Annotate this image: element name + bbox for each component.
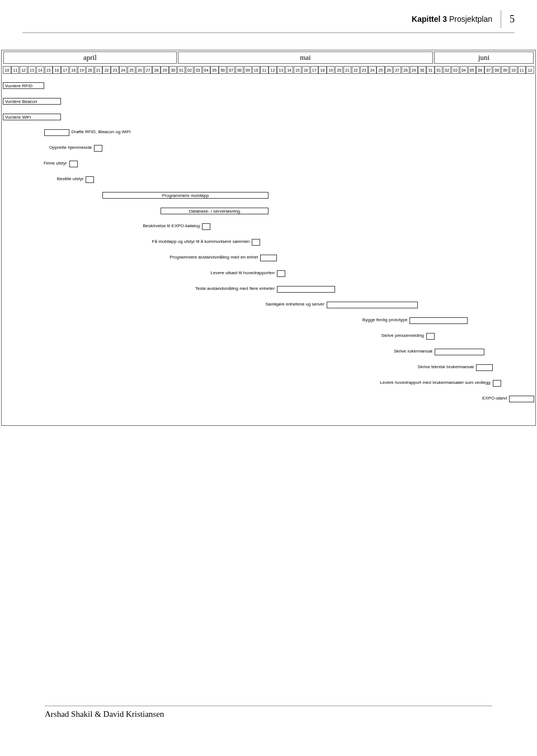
- gantt-day-cell: 15: [294, 66, 302, 74]
- gantt-task-bar: [409, 317, 468, 324]
- gantt-task-label: Levere utkast til hovedrapporten: [211, 270, 275, 275]
- gantt-task-bar: [44, 129, 69, 136]
- gantt-day-cell: 10: [510, 66, 517, 74]
- gantt-task-bar: Vurdere Beacon: [3, 98, 61, 105]
- gantt-task-bar: [202, 223, 210, 230]
- gantt-task-label: Database- / serverløsning: [161, 209, 268, 214]
- gantt-day-cell: 09: [501, 66, 509, 74]
- gantt-day-cell: 26: [136, 66, 144, 74]
- gantt-day-cell: 11: [11, 66, 19, 74]
- gantt-task-row: Drøfte RFID, iBeacon og WiFi: [3, 129, 534, 137]
- gantt-day-cell: 23: [111, 66, 119, 74]
- footer-authors: Arshad Shakil & David Kristiansen: [45, 710, 492, 719]
- gantt-task-row: Skrive pressemelding: [3, 332, 534, 340]
- gantt-day-cell: 30: [169, 66, 177, 74]
- gantt-day-cell: 10: [252, 66, 260, 74]
- gantt-day-cell: 31: [426, 66, 434, 74]
- header-divider: [501, 10, 501, 28]
- gantt-day-cell: 25: [376, 66, 384, 74]
- gantt-day-cell: 12: [268, 66, 276, 74]
- gantt-day-cell: 13: [28, 66, 36, 74]
- gantt-task-label: Skrive pressemelding: [381, 333, 424, 338]
- gantt-task-bar: [260, 255, 277, 261]
- gantt-task-bar: Database- / serverløsning: [161, 208, 268, 214]
- gantt-day-cell: 19: [327, 66, 335, 74]
- gantt-task-row: EXPO-stand: [3, 395, 534, 403]
- gantt-day-row: 1011121314151617181920212223242526272829…: [3, 66, 534, 74]
- gantt-day-cell: 12: [20, 66, 27, 74]
- gantt-day-cell: 02: [443, 66, 451, 74]
- gantt-day-cell: 25: [128, 66, 135, 74]
- gantt-task-row: Programmere avstandsmåling med én enhet: [3, 254, 534, 262]
- gantt-task-row: Skrive teknisk brukermanual: [3, 364, 534, 372]
- gantt-day-cell: 24: [119, 66, 127, 74]
- gantt-day-cell: 05: [210, 66, 218, 74]
- gantt-task-row: Levere hovedrapport med brukermanualer s…: [3, 379, 534, 387]
- gantt-task-bar: Vurdere RFID: [3, 82, 44, 89]
- gantt-day-cell: 05: [468, 66, 476, 74]
- gantt-task-bar: [277, 270, 285, 277]
- gantt-task-label: Finne utstyr: [44, 161, 67, 166]
- gantt-task-row: Skrive rukermanual: [3, 348, 534, 356]
- gantt-task-label: Vurdere Beacon: [5, 99, 37, 104]
- gantt-day-cell: 06: [219, 66, 227, 74]
- gantt-day-cell: 06: [476, 66, 484, 74]
- gantt-day-cell: 16: [53, 66, 60, 74]
- gantt-task-row: Få mobilapp og utstyr til å kommunisere …: [3, 238, 534, 246]
- gantt-day-cell: 08: [493, 66, 501, 74]
- gantt-task-bar: [476, 364, 493, 371]
- gantt-day-cell: 17: [310, 66, 318, 74]
- gantt-task-label: Levere hovedrapport med brukermanualer s…: [380, 380, 490, 385]
- gantt-day-cell: 16: [302, 66, 310, 74]
- gantt-day-cell: 28: [152, 66, 160, 74]
- gantt-day-cell: 30: [418, 66, 426, 74]
- gantt-task-row: Vurdere Beacon: [3, 97, 534, 105]
- gantt-task-row: Bestille utstyr: [3, 176, 534, 184]
- gantt-day-cell: 14: [285, 66, 293, 74]
- gantt-day-cell: 27: [144, 66, 152, 74]
- gantt-day-cell: 20: [86, 66, 94, 74]
- gantt-task-label: Vurdere RFID: [5, 83, 32, 88]
- gantt-day-cell: 07: [227, 66, 235, 74]
- gantt-day-cell: 17: [61, 66, 69, 74]
- gantt-task-label: Opprette hjemmeside: [49, 145, 92, 150]
- gantt-day-cell: 02: [186, 66, 194, 74]
- chapter-name: Prosjektplan: [447, 15, 492, 24]
- gantt-day-cell: 19: [78, 66, 86, 74]
- gantt-task-label: EXPO-stand: [482, 396, 507, 401]
- gantt-day-cell: 29: [410, 66, 418, 74]
- gantt-inner: aprilmaijuni 101112131415161718192021222…: [3, 51, 534, 424]
- gantt-day-cell: 18: [318, 66, 326, 74]
- gantt-day-cell: 24: [368, 66, 376, 74]
- gantt-day-cell: 11: [260, 66, 268, 74]
- gantt-day-cell: 23: [360, 66, 368, 74]
- gantt-day-cell: 21: [343, 66, 351, 74]
- gantt-task-bar: [69, 161, 78, 167]
- gantt-task-label: Bygge ferdig prototype: [362, 317, 408, 322]
- gantt-task-bar: [86, 176, 94, 183]
- gantt-task-label: Drøfte RFID, iBeacon og WiFi: [72, 129, 131, 134]
- footer-rule: [45, 706, 492, 706]
- gantt-task-label: Programmere avstandsmåling med én enhet: [169, 255, 258, 260]
- gantt-day-cell: 07: [484, 66, 492, 74]
- gantt-day-cell: 11: [518, 66, 526, 74]
- gantt-day-cell: 04: [460, 66, 468, 74]
- gantt-day-cell: 20: [335, 66, 343, 74]
- gantt-day-cell: 10: [3, 66, 11, 74]
- gantt-task-bar: [493, 380, 501, 387]
- gantt-task-label: Bestille utstyr: [57, 176, 84, 181]
- gantt-task-area: Vurdere RFIDVurdere BeaconVurdere WiFiDr…: [3, 77, 534, 424]
- gantt-task-row: Levere utkast til hovedrapporten: [3, 270, 534, 278]
- page-number: 5: [510, 13, 515, 25]
- gantt-task-bar: Programmere mobilapp: [102, 192, 268, 199]
- gantt-month-cell: mai: [178, 51, 433, 64]
- gantt-task-row: Beskrivelse til EXPO-katalog: [3, 223, 534, 231]
- page-footer: Arshad Shakil & David Kristiansen: [0, 706, 537, 741]
- gantt-day-cell: 03: [451, 66, 459, 74]
- gantt-task-label: Beskrivelse til EXPO-katalog: [143, 223, 200, 228]
- gantt-day-cell: 29: [161, 66, 168, 74]
- gantt-day-cell: 26: [385, 66, 393, 74]
- gantt-day-cell: 13: [277, 66, 285, 74]
- gantt-task-bar: [509, 396, 534, 402]
- gantt-day-cell: 15: [45, 66, 53, 74]
